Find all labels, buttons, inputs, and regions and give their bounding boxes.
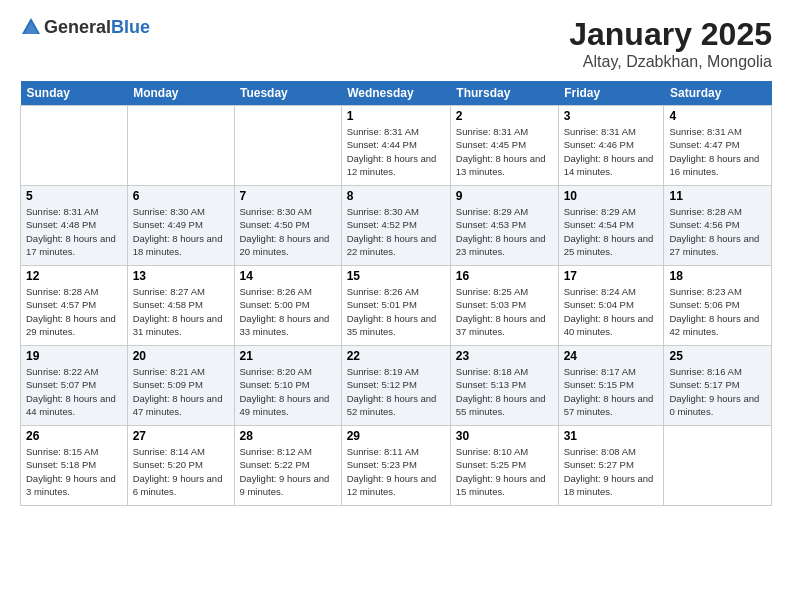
- day-info: Sunrise: 8:31 AMSunset: 4:46 PMDaylight:…: [564, 125, 659, 178]
- day-info: Sunrise: 8:10 AMSunset: 5:25 PMDaylight:…: [456, 445, 553, 498]
- table-row: 25Sunrise: 8:16 AMSunset: 5:17 PMDayligh…: [664, 346, 772, 426]
- day-info: Sunrise: 8:23 AMSunset: 5:06 PMDaylight:…: [669, 285, 766, 338]
- header: General Blue January 2025 Altay, Dzabkha…: [20, 16, 772, 71]
- day-number: 15: [347, 269, 445, 283]
- day-info: Sunrise: 8:08 AMSunset: 5:27 PMDaylight:…: [564, 445, 659, 498]
- day-number: 29: [347, 429, 445, 443]
- location-subtitle: Altay, Dzabkhan, Mongolia: [569, 53, 772, 71]
- header-wednesday: Wednesday: [341, 81, 450, 106]
- day-info: Sunrise: 8:27 AMSunset: 4:58 PMDaylight:…: [133, 285, 229, 338]
- table-row: [127, 106, 234, 186]
- day-number: 17: [564, 269, 659, 283]
- day-info: Sunrise: 8:20 AMSunset: 5:10 PMDaylight:…: [240, 365, 336, 418]
- day-info: Sunrise: 8:16 AMSunset: 5:17 PMDaylight:…: [669, 365, 766, 418]
- table-row: 12Sunrise: 8:28 AMSunset: 4:57 PMDayligh…: [21, 266, 128, 346]
- day-info: Sunrise: 8:30 AMSunset: 4:50 PMDaylight:…: [240, 205, 336, 258]
- day-info: Sunrise: 8:11 AMSunset: 5:23 PMDaylight:…: [347, 445, 445, 498]
- day-number: 30: [456, 429, 553, 443]
- title-area: January 2025 Altay, Dzabkhan, Mongolia: [569, 16, 772, 71]
- day-number: 12: [26, 269, 122, 283]
- table-row: 3Sunrise: 8:31 AMSunset: 4:46 PMDaylight…: [558, 106, 664, 186]
- day-info: Sunrise: 8:31 AMSunset: 4:48 PMDaylight:…: [26, 205, 122, 258]
- table-row: 8Sunrise: 8:30 AMSunset: 4:52 PMDaylight…: [341, 186, 450, 266]
- day-number: 10: [564, 189, 659, 203]
- day-info: Sunrise: 8:14 AMSunset: 5:20 PMDaylight:…: [133, 445, 229, 498]
- day-number: 23: [456, 349, 553, 363]
- day-number: 28: [240, 429, 336, 443]
- day-info: Sunrise: 8:31 AMSunset: 4:45 PMDaylight:…: [456, 125, 553, 178]
- day-number: 3: [564, 109, 659, 123]
- day-info: Sunrise: 8:28 AMSunset: 4:57 PMDaylight:…: [26, 285, 122, 338]
- table-row: 15Sunrise: 8:26 AMSunset: 5:01 PMDayligh…: [341, 266, 450, 346]
- logo-blue: Blue: [111, 17, 150, 38]
- calendar-week-row: 12Sunrise: 8:28 AMSunset: 4:57 PMDayligh…: [21, 266, 772, 346]
- day-number: 7: [240, 189, 336, 203]
- table-row: 26Sunrise: 8:15 AMSunset: 5:18 PMDayligh…: [21, 426, 128, 506]
- day-info: Sunrise: 8:17 AMSunset: 5:15 PMDaylight:…: [564, 365, 659, 418]
- day-number: 26: [26, 429, 122, 443]
- day-number: 8: [347, 189, 445, 203]
- table-row: [21, 106, 128, 186]
- day-info: Sunrise: 8:21 AMSunset: 5:09 PMDaylight:…: [133, 365, 229, 418]
- table-row: 29Sunrise: 8:11 AMSunset: 5:23 PMDayligh…: [341, 426, 450, 506]
- day-number: 5: [26, 189, 122, 203]
- table-row: 1Sunrise: 8:31 AMSunset: 4:44 PMDaylight…: [341, 106, 450, 186]
- table-row: 14Sunrise: 8:26 AMSunset: 5:00 PMDayligh…: [234, 266, 341, 346]
- table-row: 22Sunrise: 8:19 AMSunset: 5:12 PMDayligh…: [341, 346, 450, 426]
- header-thursday: Thursday: [450, 81, 558, 106]
- table-row: 23Sunrise: 8:18 AMSunset: 5:13 PMDayligh…: [450, 346, 558, 426]
- table-row: 16Sunrise: 8:25 AMSunset: 5:03 PMDayligh…: [450, 266, 558, 346]
- calendar-week-row: 1Sunrise: 8:31 AMSunset: 4:44 PMDaylight…: [21, 106, 772, 186]
- day-info: Sunrise: 8:30 AMSunset: 4:49 PMDaylight:…: [133, 205, 229, 258]
- day-info: Sunrise: 8:12 AMSunset: 5:22 PMDaylight:…: [240, 445, 336, 498]
- calendar-week-row: 26Sunrise: 8:15 AMSunset: 5:18 PMDayligh…: [21, 426, 772, 506]
- table-row: 6Sunrise: 8:30 AMSunset: 4:49 PMDaylight…: [127, 186, 234, 266]
- day-info: Sunrise: 8:30 AMSunset: 4:52 PMDaylight:…: [347, 205, 445, 258]
- day-number: 11: [669, 189, 766, 203]
- logo-general: General: [44, 17, 111, 38]
- day-info: Sunrise: 8:15 AMSunset: 5:18 PMDaylight:…: [26, 445, 122, 498]
- table-row: 18Sunrise: 8:23 AMSunset: 5:06 PMDayligh…: [664, 266, 772, 346]
- table-row: 17Sunrise: 8:24 AMSunset: 5:04 PMDayligh…: [558, 266, 664, 346]
- calendar-week-row: 5Sunrise: 8:31 AMSunset: 4:48 PMDaylight…: [21, 186, 772, 266]
- table-row: 13Sunrise: 8:27 AMSunset: 4:58 PMDayligh…: [127, 266, 234, 346]
- day-info: Sunrise: 8:19 AMSunset: 5:12 PMDaylight:…: [347, 365, 445, 418]
- table-row: 24Sunrise: 8:17 AMSunset: 5:15 PMDayligh…: [558, 346, 664, 426]
- day-info: Sunrise: 8:24 AMSunset: 5:04 PMDaylight:…: [564, 285, 659, 338]
- logo-icon: [20, 16, 42, 38]
- day-info: Sunrise: 8:29 AMSunset: 4:54 PMDaylight:…: [564, 205, 659, 258]
- day-number: 19: [26, 349, 122, 363]
- day-number: 16: [456, 269, 553, 283]
- day-number: 21: [240, 349, 336, 363]
- calendar-table: Sunday Monday Tuesday Wednesday Thursday…: [20, 81, 772, 506]
- table-row: 21Sunrise: 8:20 AMSunset: 5:10 PMDayligh…: [234, 346, 341, 426]
- table-row: 27Sunrise: 8:14 AMSunset: 5:20 PMDayligh…: [127, 426, 234, 506]
- page-container: General Blue January 2025 Altay, Dzabkha…: [0, 0, 792, 516]
- table-row: 11Sunrise: 8:28 AMSunset: 4:56 PMDayligh…: [664, 186, 772, 266]
- day-info: Sunrise: 8:31 AMSunset: 4:44 PMDaylight:…: [347, 125, 445, 178]
- day-number: 14: [240, 269, 336, 283]
- table-row: 2Sunrise: 8:31 AMSunset: 4:45 PMDaylight…: [450, 106, 558, 186]
- table-row: [664, 426, 772, 506]
- day-number: 1: [347, 109, 445, 123]
- table-row: 19Sunrise: 8:22 AMSunset: 5:07 PMDayligh…: [21, 346, 128, 426]
- header-sunday: Sunday: [21, 81, 128, 106]
- day-info: Sunrise: 8:18 AMSunset: 5:13 PMDaylight:…: [456, 365, 553, 418]
- day-info: Sunrise: 8:31 AMSunset: 4:47 PMDaylight:…: [669, 125, 766, 178]
- table-row: 20Sunrise: 8:21 AMSunset: 5:09 PMDayligh…: [127, 346, 234, 426]
- day-number: 4: [669, 109, 766, 123]
- calendar-week-row: 19Sunrise: 8:22 AMSunset: 5:07 PMDayligh…: [21, 346, 772, 426]
- day-info: Sunrise: 8:22 AMSunset: 5:07 PMDaylight:…: [26, 365, 122, 418]
- table-row: 7Sunrise: 8:30 AMSunset: 4:50 PMDaylight…: [234, 186, 341, 266]
- header-monday: Monday: [127, 81, 234, 106]
- day-info: Sunrise: 8:29 AMSunset: 4:53 PMDaylight:…: [456, 205, 553, 258]
- day-number: 27: [133, 429, 229, 443]
- logo-text: General Blue: [20, 16, 150, 38]
- day-number: 18: [669, 269, 766, 283]
- table-row: [234, 106, 341, 186]
- day-info: Sunrise: 8:25 AMSunset: 5:03 PMDaylight:…: [456, 285, 553, 338]
- logo: General Blue: [20, 16, 150, 38]
- table-row: 9Sunrise: 8:29 AMSunset: 4:53 PMDaylight…: [450, 186, 558, 266]
- day-info: Sunrise: 8:26 AMSunset: 5:01 PMDaylight:…: [347, 285, 445, 338]
- day-number: 22: [347, 349, 445, 363]
